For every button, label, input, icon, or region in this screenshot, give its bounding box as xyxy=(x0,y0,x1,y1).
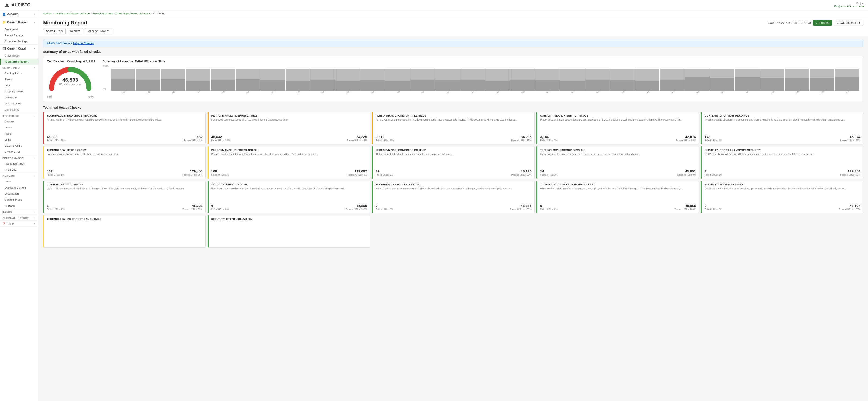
bar-chart-container: Aug 16Aug 23Aug 30Sep 6Sep 13Sep 20Sep 2… xyxy=(111,65,859,93)
check-card[interactable]: PERFORMANCE: Redirect UsageRedirects wit… xyxy=(208,146,370,179)
bar-wrapper xyxy=(111,69,135,91)
header-right: Crawl Finished: Aug 1, 2024, 12:04:31 ✓ … xyxy=(768,20,863,26)
manage-crawl-button[interactable]: Manage Crawl ▼ xyxy=(85,28,113,34)
performance-header[interactable]: Performance ▼ xyxy=(0,155,38,161)
breadcrumb-crawl[interactable]: Crawl https://www.tutkit.com/ xyxy=(116,12,150,15)
sidebar-item-scheduler-settings[interactable]: Scheduler Settings xyxy=(0,38,38,44)
check-card[interactable]: TECHNOLOGY: Localization/HreflangWhen co… xyxy=(536,181,699,213)
check-card[interactable]: SECURITY: HTTPS Utilization xyxy=(208,215,370,248)
check-card[interactable]: PERFORMANCE: Response TimesFor a good us… xyxy=(208,112,370,144)
crawl-history-header[interactable]: ⏱ Crawl History ▼ xyxy=(0,215,38,220)
structure-header[interactable]: Structure ▼ xyxy=(0,113,38,119)
bar-wrapper xyxy=(560,69,585,91)
labels-row: Aug 16Aug 23Aug 30Sep 6Sep 13Sep 20Sep 2… xyxy=(111,91,859,93)
sidebar-item-errors[interactable]: Errors xyxy=(0,76,38,82)
current-crawl-chevron: ▼ xyxy=(33,48,35,50)
sidebar-item-dashboard[interactable]: Dashboard xyxy=(0,26,38,32)
breadcrumb-project[interactable]: Project tutkit.com xyxy=(92,12,113,15)
help-on-checks-link[interactable]: help on Checks. xyxy=(73,42,94,45)
sidebar-item-external-urls[interactable]: External URLs xyxy=(0,143,38,149)
check-card[interactable]: TECHNOLOGY: Bad Link StructureAll links … xyxy=(43,112,206,144)
breadcrumb-user[interactable]: matthias.pet@nove-media.de xyxy=(55,12,90,15)
recrawl-button[interactable]: Recrawl xyxy=(67,28,83,34)
sidebar-item-hreflang[interactable]: Hreflang xyxy=(0,203,38,209)
sidebar-item-hints[interactable]: Hints xyxy=(0,179,38,185)
check-card-title: PERFORMANCE: Content File Sizes xyxy=(376,114,531,117)
sidebar-item-file-sizes[interactable]: File Sizes xyxy=(0,167,38,173)
bar xyxy=(410,69,435,91)
bar-wrapper xyxy=(735,69,759,91)
sidebar-item-response-times[interactable]: Response Times xyxy=(0,161,38,167)
bar-wrapper xyxy=(835,69,859,91)
check-card[interactable]: SECURITY: Unsafe ResourcesMixed Content … xyxy=(372,181,534,213)
bar xyxy=(236,69,260,91)
sidebar-item-scripting-issues[interactable]: Scripting Issues xyxy=(0,88,38,94)
sidebar-item-project-settings[interactable]: Project Settings xyxy=(0,32,38,38)
help-header[interactable]: ❓ Help ▼ xyxy=(0,221,38,226)
check-card-desc: Headings add to structure in a document … xyxy=(704,118,860,133)
search-urls-button[interactable]: Search URLs xyxy=(43,28,66,34)
account-section: 👤 Account ▼ xyxy=(0,10,38,19)
check-card-numbers: 14845,074 xyxy=(704,135,860,139)
page-header: Monitoring Report Crawl Finished: Aug 1,… xyxy=(38,17,868,37)
check-card[interactable]: TECHNOLOGY: Incorrect Canonicals xyxy=(43,215,206,248)
account-header[interactable]: 👤 Account ▼ xyxy=(0,10,38,18)
onpage-header[interactable]: On-page ▼ xyxy=(0,173,38,179)
sidebar-item-crawl-report[interactable]: Crawl Report xyxy=(0,53,38,59)
current-crawl-header[interactable]: 🔲 Current Crawl ▼ xyxy=(0,45,38,53)
crawl-info-header[interactable]: Crawl Info ▼ xyxy=(0,65,38,70)
sidebar-item-logs[interactable]: Logs xyxy=(0,82,38,88)
ranks-header[interactable]: Ranks ▼ xyxy=(0,209,38,215)
sidebar-item-links[interactable]: Links xyxy=(0,136,38,143)
sidebar-item-url-rewrites[interactable]: URL Rewrites xyxy=(0,100,38,106)
dashboard-label: Dashboard xyxy=(5,28,18,31)
bar-wrapper xyxy=(760,69,784,91)
bar-label: Jan 3 xyxy=(610,91,634,93)
check-card-stats: 3,14642,076Failed URLs: 7%Passed URLs: 9… xyxy=(540,135,696,142)
check-card-num1: 14 xyxy=(540,169,544,173)
check-card-pct1: Failed URLs: 1% xyxy=(540,174,558,176)
sidebar-item-content-types[interactable]: Content Types xyxy=(0,197,38,203)
check-card[interactable]: CONTENT: Important HeadingsHeadings add … xyxy=(701,112,863,144)
onpage-chevron: ▼ xyxy=(33,175,35,178)
finished-button[interactable]: ✓ Finished xyxy=(813,20,832,26)
project-settings-label: Project Settings xyxy=(5,34,24,37)
sidebar-item-edit-settings[interactable]: Edit Settings xyxy=(0,106,38,113)
check-card[interactable]: PERFORMANCE: Compression UsedAll transfe… xyxy=(372,146,534,179)
info-banner: What's this? See our help on Checks. xyxy=(43,39,863,47)
gauge-center: 46,503 URLs failed last crawl xyxy=(59,77,82,86)
bar xyxy=(560,69,585,91)
sidebar-item-starting-points[interactable]: Starting Points xyxy=(0,70,38,76)
project-name-link[interactable]: Project tutkit.com ▼ xyxy=(834,5,864,8)
sidebar-item-duplicate-content[interactable]: Duplicate Content xyxy=(0,185,38,191)
sidebar-item-clusters[interactable]: Clusters xyxy=(0,119,38,125)
check-card[interactable]: TECHNOLOGY: HTTP ErrorsFor a good user e… xyxy=(43,146,206,179)
scripting-issues-label: Scripting Issues xyxy=(5,90,24,93)
sidebar-item-levels[interactable]: Levels xyxy=(0,125,38,130)
sidebar-item-hosts[interactable]: Hosts xyxy=(0,130,38,136)
check-card-pct2: Passed URLs: 100% xyxy=(674,208,696,211)
check-card[interactable]: CONTENT: Search Snippet IssuesProper tit… xyxy=(536,112,699,144)
sidebar-item-robots[interactable]: Robots.txt xyxy=(0,94,38,100)
check-card[interactable]: TECHNOLOGY: Encoding IssuesEvery documen… xyxy=(536,146,699,179)
crawl-properties-button[interactable]: Crawl Properties ▼ xyxy=(834,20,863,26)
edit-settings-label: Edit Settings xyxy=(5,108,19,111)
check-card[interactable]: SECURITY: Secure CookiesCookie data ofte… xyxy=(701,181,863,213)
sidebar-item-localization[interactable]: Localization xyxy=(0,191,38,197)
check-card[interactable]: CONTENT: Alt AttributesValid HTML requir… xyxy=(43,181,206,213)
bar-label: Nov 8 xyxy=(410,91,435,93)
project-label: Project xyxy=(856,2,864,5)
check-card-numbers: 145,221 xyxy=(47,204,203,208)
check-card[interactable]: SECURITY: Strict Transport SecurityHTTP … xyxy=(701,146,863,179)
breadcrumb-audisto[interactable]: Audisto xyxy=(43,12,52,15)
current-project-header[interactable]: 📁 Current Project ▼ xyxy=(0,19,38,26)
check-card-pct2: Passed URLs: 79% xyxy=(511,139,531,142)
sidebar-item-monitoring-report[interactable]: Monitoring Report xyxy=(0,59,38,65)
toolbar: Search URLs Recrawl Manage Crawl ▼ xyxy=(43,28,863,36)
sidebar-item-similar-urls[interactable]: Similar URLs xyxy=(0,149,38,155)
check-card[interactable]: PERFORMANCE: Content File SizesFor a goo… xyxy=(372,112,534,144)
bar xyxy=(810,69,834,91)
chart-title: Summary of Passed vs. Failed URLs over T… xyxy=(103,60,859,63)
check-card[interactable]: SECURITY: Unsafe FormsUser input data sh… xyxy=(208,181,370,213)
bar-label: Sep 13 xyxy=(211,91,235,93)
